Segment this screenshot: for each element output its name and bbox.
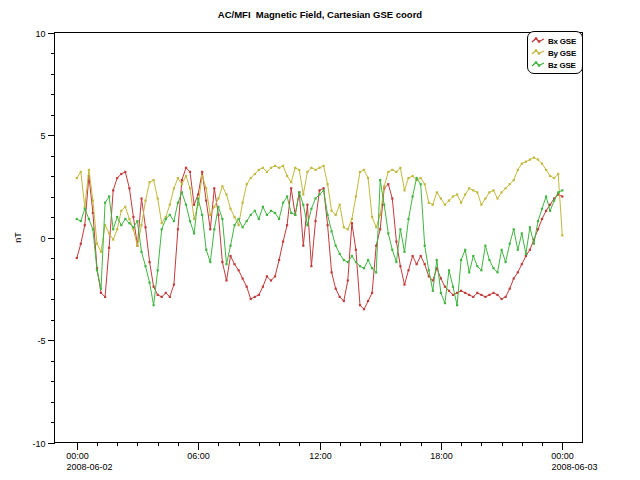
by-marker (189, 187, 191, 189)
bx-marker (379, 228, 381, 230)
bx-marker (246, 286, 248, 288)
bz-marker (233, 224, 235, 226)
by-marker (225, 193, 227, 195)
bx-marker (501, 298, 503, 300)
by-marker (124, 206, 126, 208)
by-marker (371, 216, 373, 218)
bz-marker (444, 302, 446, 304)
by-line (77, 158, 563, 252)
bx-marker (189, 171, 191, 173)
bz-marker (201, 214, 203, 216)
bz-marker (149, 282, 151, 284)
bz-marker (545, 195, 547, 197)
by-marker (399, 167, 401, 169)
by-marker (246, 183, 248, 185)
legend-label-bx: Bx GSE (548, 37, 576, 46)
bx-marker (132, 216, 134, 218)
by-marker (250, 177, 252, 179)
bx-marker (108, 247, 110, 249)
bx-marker (258, 294, 260, 296)
bz-marker (76, 218, 78, 220)
bx-marker (403, 284, 405, 286)
bx-marker (529, 249, 531, 251)
bx-marker (120, 173, 122, 175)
by-marker (88, 169, 90, 171)
bx-marker (124, 171, 126, 173)
bx-marker (521, 263, 523, 265)
bz-marker (424, 245, 426, 247)
bx-marker (233, 263, 235, 265)
by-marker (310, 167, 312, 169)
by-marker (149, 181, 151, 183)
bx-marker (331, 271, 333, 273)
bx-marker (335, 288, 337, 290)
by-marker (201, 175, 203, 177)
by-marker (488, 191, 490, 193)
bz-marker (108, 195, 110, 197)
by-marker (302, 193, 304, 195)
bz-marker (537, 220, 539, 222)
bz-marker (553, 200, 555, 202)
bx-marker (270, 279, 272, 281)
bz-marker (351, 255, 353, 257)
bz-marker (513, 228, 515, 230)
bx-marker (165, 292, 167, 294)
by-marker (440, 197, 442, 199)
bz-marker (213, 228, 215, 230)
bx-marker (484, 296, 486, 298)
bz-marker (318, 193, 320, 195)
bx-marker (488, 294, 490, 296)
bx-marker (238, 269, 240, 271)
bz-marker (205, 249, 207, 251)
bx-marker (472, 296, 474, 298)
magnetic-field-plot-window: AC/MFI Magnetic Field, Cartesian GSE coo… (0, 0, 640, 480)
bx-marker (302, 245, 304, 247)
bx-marker (391, 197, 393, 199)
y-axis-title: nT (13, 232, 23, 243)
bx-markers (76, 167, 564, 311)
bx-marker (104, 296, 106, 298)
by-marker (335, 214, 337, 216)
by-marker (314, 169, 316, 171)
by-marker (407, 177, 409, 179)
by-marker (270, 167, 272, 169)
bx-marker (339, 296, 341, 298)
bx-marker (314, 220, 316, 222)
bx-marker (201, 171, 203, 173)
bz-marker (327, 214, 329, 216)
by-marker (403, 189, 405, 191)
bx-marker (116, 177, 118, 179)
bz-marker (387, 232, 389, 234)
legend: Bx GSE By GSE Bz GSE (527, 31, 583, 74)
bx-marker (290, 187, 292, 189)
bz-marker (104, 202, 106, 204)
by-marker (205, 187, 207, 189)
bz-marker (96, 269, 98, 271)
by-marker (80, 171, 82, 173)
by-marker (468, 187, 470, 189)
bx-marker (217, 214, 219, 216)
bz-marker (112, 228, 114, 230)
bz-marker (505, 261, 507, 263)
by-marker (456, 193, 458, 195)
bx-marker (254, 296, 256, 298)
by-marker (424, 183, 426, 185)
bz-marker (488, 259, 490, 261)
bx-marker (128, 187, 130, 189)
by-marker (286, 175, 288, 177)
by-marker (359, 171, 361, 173)
by-marker (298, 169, 300, 171)
by-marker (258, 169, 260, 171)
bx-line (77, 168, 563, 309)
by-marker (347, 228, 349, 230)
bz-marker (266, 214, 268, 216)
bz-marker (262, 206, 264, 208)
by-line-sample-icon (531, 48, 546, 58)
bz-marker (128, 222, 130, 224)
bx-marker (278, 259, 280, 261)
bz-series (76, 177, 564, 306)
bx-series (76, 167, 564, 311)
bx-marker (355, 249, 357, 251)
bz-marker (132, 226, 134, 228)
bx-marker (476, 292, 478, 294)
